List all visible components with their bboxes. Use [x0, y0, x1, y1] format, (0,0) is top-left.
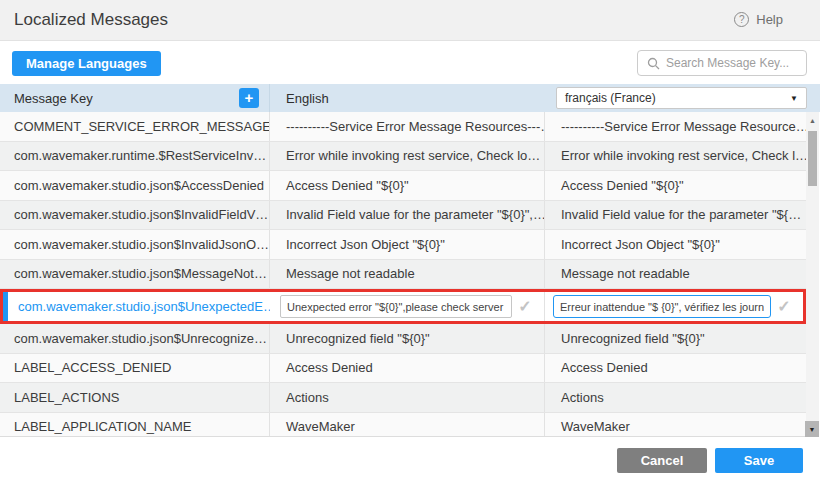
english-message-cell: WaveMaker	[270, 413, 545, 438]
table-row[interactable]: com.wavemaker.studio.json$Unrecognize…Un…	[0, 324, 806, 354]
message-key-cell: com.wavemaker.studio.json$MessageNot…	[0, 260, 270, 289]
title-bar: Localized Messages ? Help	[0, 0, 820, 41]
help-label: Help	[756, 12, 783, 27]
column-header-message-key: Message Key	[0, 84, 270, 112]
confirm-check-icon[interactable]: ✓	[771, 297, 797, 316]
table-row[interactable]: COMMENT_SERVICE_ERROR_MESSAGES----------…	[0, 112, 806, 142]
table-row[interactable]: LABEL_ACCESS_DENIEDAccess DeniedAccess D…	[0, 354, 806, 384]
message-key-cell: com.wavemaker.runtime.$RestServiceInv…	[0, 142, 270, 171]
scroll-down-icon[interactable]: ▼	[805, 421, 819, 437]
english-edit-cell: ✓	[270, 292, 545, 321]
scroll-up-icon[interactable]: ▲	[806, 117, 819, 124]
french-message-cell: Incorrect Json Object "${0}"	[545, 230, 806, 259]
message-key-cell: com.wavemaker.studio.json$Unrecognize…	[0, 324, 270, 353]
message-key-cell: com.wavemaker.studio.json$InvalidFieldV…	[0, 201, 270, 230]
english-message-cell: Message not readable	[270, 260, 545, 289]
table-row[interactable]: LABEL_APPLICATION_NAMEWaveMakerWaveMaker	[0, 413, 806, 438]
table-body: COMMENT_SERVICE_ERROR_MESSAGES----------…	[0, 112, 806, 437]
cancel-button[interactable]: Cancel	[617, 448, 707, 473]
column-header-english: English	[270, 84, 545, 112]
help-button[interactable]: ? Help	[734, 12, 783, 27]
page-title: Localized Messages	[14, 10, 168, 30]
english-message-cell: Access Denied "${0}"	[270, 171, 545, 200]
add-message-key-button[interactable]: +	[239, 88, 259, 108]
table-row[interactable]: com.wavemaker.studio.json$MessageNot…Mes…	[0, 260, 806, 290]
french-message-cell: Access Denied "${0}"	[545, 171, 806, 200]
manage-languages-button[interactable]: Manage Languages	[12, 51, 161, 76]
french-message-cell: ----------Service Error Message Resource…	[545, 112, 806, 141]
english-message-cell: Incorrect Json Object "${0}"	[270, 230, 545, 259]
french-message-cell: Error while invoking rest service, Check…	[545, 142, 806, 171]
table-row[interactable]: com.wavemaker.studio.json$AccessDeniedAc…	[0, 171, 806, 201]
french-message-cell: Invalid Field value for the parameter "$…	[545, 201, 806, 230]
confirm-check-icon[interactable]: ✓	[512, 297, 538, 316]
table-scrollbar[interactable]: ▲ ▼	[806, 112, 819, 437]
column-header-language: français (France) ▼	[545, 84, 820, 112]
language-select-value: français (France)	[565, 91, 656, 105]
message-key-cell: LABEL_ACCESS_DENIED	[0, 354, 270, 383]
save-button[interactable]: Save	[715, 448, 803, 473]
message-key-cell: com.wavemaker.studio.json$AccessDenied	[0, 171, 270, 200]
french-message-cell: WaveMaker	[545, 413, 806, 438]
search-icon	[647, 57, 660, 70]
table-row[interactable]: com.wavemaker.studio.json$InvalidFieldV……	[0, 201, 806, 231]
table-header: Message Key English français (France) ▼	[0, 84, 820, 112]
english-message-cell: Error while invoking rest service, Check…	[270, 142, 545, 171]
message-key-cell: com.wavemaker.studio.json$UnexpectedE…	[8, 292, 270, 321]
english-message-cell: Invalid Field value for the parameter "$…	[270, 201, 545, 230]
chevron-down-icon: ▼	[790, 94, 798, 103]
message-key-cell: COMMENT_SERVICE_ERROR_MESSAGES	[0, 112, 270, 141]
footer: Cancel Save	[0, 437, 820, 487]
table-row[interactable]: LABEL_ACTIONSActionsActions	[0, 383, 806, 413]
message-key-cell: LABEL_ACTIONS	[0, 383, 270, 412]
table-row[interactable]: com.wavemaker.runtime.$RestServiceInv…Er…	[0, 142, 806, 172]
search-input[interactable]	[666, 56, 797, 70]
english-message-cell: ----------Service Error Message Resource…	[270, 112, 545, 141]
french-message-cell: Unrecognized field "${0}"	[545, 324, 806, 353]
message-key-cell: LABEL_APPLICATION_NAME	[0, 413, 270, 438]
english-message-input[interactable]	[280, 295, 512, 318]
search-box[interactable]	[637, 50, 807, 76]
english-message-cell: Unrecognized field "${0}"	[270, 324, 545, 353]
language-select[interactable]: français (France) ▼	[556, 87, 807, 109]
table-row-selected[interactable]: com.wavemaker.studio.json$UnexpectedE…✓✓	[0, 289, 806, 324]
french-message-cell: Access Denied	[545, 354, 806, 383]
scrollbar-thumb[interactable]	[808, 131, 817, 186]
help-icon: ?	[734, 12, 749, 27]
english-message-cell: Access Denied	[270, 354, 545, 383]
french-edit-cell: ✓	[545, 292, 803, 321]
english-message-cell: Actions	[270, 383, 545, 412]
table-row[interactable]: com.wavemaker.studio.json$InvalidJsonO…I…	[0, 230, 806, 260]
french-message-input[interactable]	[553, 295, 771, 318]
message-key-cell: com.wavemaker.studio.json$InvalidJsonO…	[0, 230, 270, 259]
french-message-cell: Message not readable	[545, 260, 806, 289]
localized-messages-dialog: Localized Messages ? Help Manage Languag…	[0, 0, 820, 487]
french-message-cell: Actions	[545, 383, 806, 412]
